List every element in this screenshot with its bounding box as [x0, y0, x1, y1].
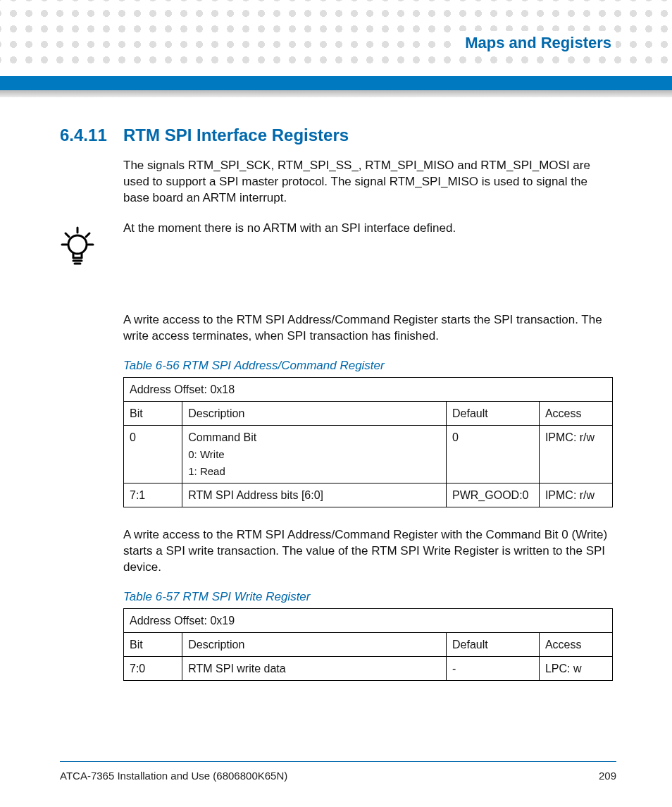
footer-doc-title: ATCA-7365 Installation and Use (6806800K…: [60, 770, 287, 782]
table-row: Bit Description Default Access: [124, 632, 613, 656]
table-header-cell: Description: [182, 632, 447, 656]
table-cell: PWR_GOOD:0: [447, 483, 540, 507]
table-cell: RTM SPI Address bits [6:0]: [182, 483, 447, 507]
page-content: 6.4.11 RTM SPI Interface Registers The s…: [60, 125, 616, 701]
page-footer: ATCA-7365 Installation and Use (6806800K…: [60, 770, 616, 782]
table-row: Bit Description Default Access: [124, 401, 613, 425]
header-blue-bar: [0, 76, 672, 90]
table-header-cell: Bit: [124, 632, 182, 656]
table-addr-offset: Address Offset: 0x19: [124, 608, 613, 632]
table-header-cell: Description: [182, 401, 447, 425]
table-caption-57: Table 6-57 RTM SPI Write Register: [123, 590, 613, 604]
footer-page-number: 209: [599, 770, 616, 782]
section-title: RTM SPI Interface Registers: [123, 125, 349, 145]
table-header-cell: Default: [447, 632, 540, 656]
footer-rule: [60, 761, 616, 762]
table-row: 0 Command Bit 0: Write 1: Read 0 IPMC: r…: [124, 426, 613, 483]
table-cell: 0: [124, 426, 182, 483]
table-rtm-spi-addr-cmd: Address Offset: 0x18 Bit Description Def…: [123, 377, 613, 507]
table-cell: Command Bit 0: Write 1: Read: [182, 426, 447, 483]
note-text: At the moment there is no ARTM with an S…: [123, 221, 456, 237]
chapter-title: Maps and Registers: [452, 31, 616, 55]
table-header-cell: Access: [539, 632, 612, 656]
table-cell: 0: [447, 426, 540, 483]
table-addr-offset: Address Offset: 0x18: [124, 377, 613, 401]
paragraph-write-access: A write access to the RTM SPI Address/Co…: [123, 312, 613, 345]
paragraph-intro: The signals RTM_SPI_SCK, RTM_SPI_SS_, RT…: [123, 158, 613, 207]
note-block: At the moment there is no ARTM with an S…: [60, 221, 616, 270]
section-number: 6.4.11: [60, 125, 123, 145]
table-cell: RTM SPI write data: [182, 657, 447, 681]
table-header-cell: Access: [539, 401, 612, 425]
table-header-cell: Bit: [124, 401, 182, 425]
lightbulb-icon: [60, 225, 95, 270]
table-cell: 7:0: [124, 657, 182, 681]
section-heading: 6.4.11 RTM SPI Interface Registers: [60, 125, 616, 145]
header-grey-bar: [0, 90, 672, 97]
table-row: 7:0 RTM SPI write data - LPC: w: [124, 657, 613, 681]
table-row: Address Offset: 0x19: [124, 608, 613, 632]
table-cell: LPC: w: [539, 657, 612, 681]
table-cell: IPMC: r/w: [539, 426, 612, 483]
table-row: Address Offset: 0x18: [124, 377, 613, 401]
table-cell: -: [447, 657, 540, 681]
svg-point-0: [68, 235, 87, 254]
paragraph-write-transaction: A write access to the RTM SPI Address/Co…: [123, 527, 613, 576]
table-cell: 7:1: [124, 483, 182, 507]
table-caption-56: Table 6-56 RTM SPI Address/Command Regis…: [123, 359, 613, 373]
table-header-cell: Default: [447, 401, 540, 425]
table-cell: IPMC: r/w: [539, 483, 612, 507]
table-row: 7:1 RTM SPI Address bits [6:0] PWR_GOOD:…: [124, 483, 613, 507]
table-rtm-spi-write: Address Offset: 0x19 Bit Description Def…: [123, 608, 613, 682]
